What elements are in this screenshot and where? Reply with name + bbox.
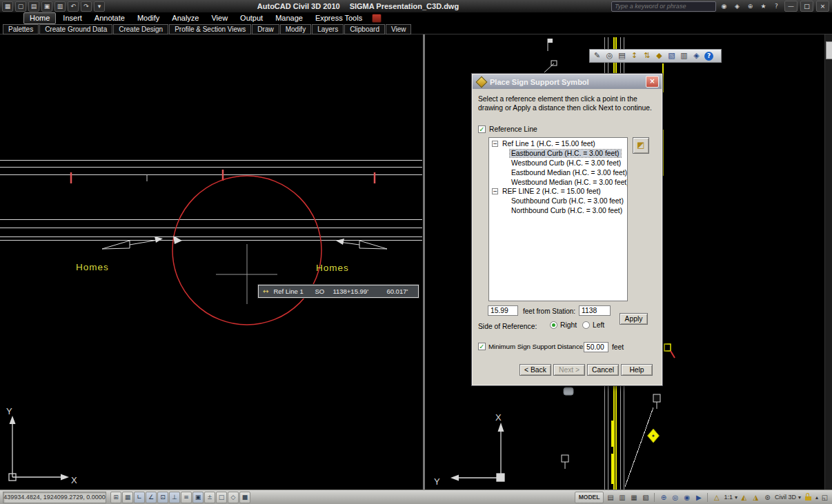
panel-view[interactable]: View xyxy=(386,24,412,34)
drawing-area[interactable]: Y X X Y xyxy=(0,34,832,490)
ducs-toggle[interactable]: ≡ xyxy=(181,492,192,503)
help-tool-icon[interactable]: ? xyxy=(704,52,713,61)
help-icon[interactable]: ? xyxy=(771,2,782,11)
zoom-icon[interactable]: ◎ xyxy=(670,492,680,503)
panel-create-ground-data[interactable]: Create Ground Data xyxy=(39,24,112,34)
move-updown-tool-icon[interactable]: ↕ xyxy=(628,50,640,61)
tab-output[interactable]: Output xyxy=(235,13,268,23)
tree-item-westbound-curb[interactable]: Westbound Curb (H.C. = 3.00 feet) xyxy=(489,159,627,168)
apply-button[interactable]: Apply xyxy=(620,313,648,325)
sheet-tool-icon[interactable]: ▧ xyxy=(666,50,677,61)
tree-item-eastbound-curb[interactable]: Eastbound Curb (H.C. = 3.00 feet) xyxy=(489,149,627,159)
show-motion-icon[interactable]: ▶ xyxy=(693,492,704,503)
copy-tool-icon[interactable]: ▤ xyxy=(616,50,628,61)
open-icon[interactable]: ▤ xyxy=(28,1,39,12)
tree-expander-icon[interactable]: − xyxy=(492,188,498,194)
back-button[interactable]: < Back xyxy=(519,364,551,376)
workspace-caret-icon[interactable]: ▾ xyxy=(798,494,801,501)
panel-modify[interactable]: Modify xyxy=(280,24,311,34)
offset-input[interactable] xyxy=(488,305,518,316)
lwt-toggle[interactable]: ± xyxy=(204,492,215,503)
tab-modify[interactable]: Modify xyxy=(132,13,165,23)
left-radio[interactable] xyxy=(582,321,590,329)
minimum-support-input[interactable] xyxy=(584,342,608,352)
model-button[interactable]: MODEL xyxy=(575,492,604,503)
quick-view-layouts-icon[interactable]: ▦ xyxy=(628,492,639,503)
quick-view-drawings-icon[interactable]: ▧ xyxy=(640,492,651,503)
qp-toggle[interactable]: □ xyxy=(216,492,227,503)
table-tool-icon[interactable]: ▥ xyxy=(678,50,690,61)
scrollbar-thumb[interactable] xyxy=(826,41,832,59)
favorites-icon[interactable]: ★ xyxy=(758,2,769,11)
cancel-button[interactable]: Cancel xyxy=(587,364,619,376)
tab-manage[interactable]: Manage xyxy=(270,13,308,23)
annotation-visibility-icon[interactable]: ◭ xyxy=(739,492,749,503)
dyn-toggle[interactable]: ▣ xyxy=(192,492,204,503)
communication-center-icon[interactable]: ⊕ xyxy=(745,2,755,11)
panel-palettes[interactable]: Palettes xyxy=(3,24,39,34)
sc-toggle[interactable]: ◇ xyxy=(228,492,239,503)
tree-item-ref-line-1[interactable]: − Ref Line 1 (H.C. = 15.00 feet) xyxy=(489,139,627,149)
tab-analyze[interactable]: Analyze xyxy=(166,13,204,23)
tag-tool-icon[interactable]: ◆ xyxy=(653,50,665,61)
tab-home[interactable]: Home xyxy=(23,12,56,24)
close-button[interactable]: × xyxy=(816,1,829,12)
annotation-scale-icon[interactable]: △ xyxy=(711,492,722,503)
tree-expander-icon[interactable]: − xyxy=(492,141,498,147)
station-input[interactable] xyxy=(579,305,611,316)
steering-wheel-icon[interactable]: ◉ xyxy=(682,492,692,503)
search-input[interactable] xyxy=(612,3,715,10)
polar-toggle[interactable]: ∠ xyxy=(146,492,157,503)
zoom-tool-icon[interactable]: ◎ xyxy=(604,50,615,61)
otrack-toggle[interactable]: ⊥ xyxy=(169,492,180,503)
scale-caret-icon[interactable]: ▾ xyxy=(735,494,737,501)
redo-icon[interactable]: ↷ xyxy=(81,1,92,12)
subscription-icon[interactable]: ◈ xyxy=(732,2,742,11)
tab-annotate[interactable]: Annotate xyxy=(89,13,130,23)
tab-view[interactable]: View xyxy=(206,13,233,23)
tab-express-tools[interactable]: Express Tools xyxy=(310,13,368,23)
minimum-support-checkbox[interactable]: ✓ xyxy=(478,343,486,350)
minimize-button[interactable]: — xyxy=(784,1,798,12)
application-menu-icon[interactable]: ▦ xyxy=(2,1,13,12)
panel-draw[interactable]: Draw xyxy=(252,24,279,34)
tree-item-eastbound-median[interactable]: Eastbound Median (H.C. = 3.00 feet) xyxy=(489,168,627,177)
reference-line-checkbox[interactable]: ✓ xyxy=(478,125,486,133)
panel-create-design[interactable]: Create Design xyxy=(113,24,168,34)
vertical-scrollbar[interactable] xyxy=(824,34,832,490)
plot-icon[interactable]: ▥ xyxy=(55,1,66,12)
dialog-close-button[interactable]: × xyxy=(646,76,659,88)
modify-tool-icon[interactable]: ✎ xyxy=(591,50,603,61)
settings-tool-icon[interactable]: ◈ xyxy=(691,50,702,61)
ortho-toggle[interactable]: ∟ xyxy=(134,492,145,503)
clean-screen-icon[interactable]: ◱ xyxy=(820,492,830,503)
viewport-divider[interactable] xyxy=(423,34,425,490)
lock-icon[interactable] xyxy=(805,496,811,501)
tab-insert[interactable]: Insert xyxy=(57,13,88,23)
snap-toggle[interactable]: ⊞ xyxy=(110,492,121,503)
side-left-option[interactable]: Left xyxy=(582,321,604,329)
maximize-button[interactable]: □ xyxy=(800,1,813,12)
search-button-icon[interactable]: ◉ xyxy=(719,2,729,11)
coordinate-display[interactable]: 439934.4824, 1924099.2729, 0.0000 xyxy=(3,492,106,503)
annotation-scale-value[interactable]: 1:1 xyxy=(723,494,733,501)
pick-in-drawing-button[interactable]: ◩ xyxy=(633,137,649,154)
panel-layers[interactable]: Layers xyxy=(312,24,344,34)
tree-item-westbound-median[interactable]: Westbound Median (H.C. = 3.00 feet) xyxy=(489,177,627,187)
grid-toggle[interactable]: ▦ xyxy=(122,492,133,503)
qnew-icon[interactable]: ▢ xyxy=(15,1,26,12)
model-space-icon[interactable]: ▤ xyxy=(605,492,615,503)
status-menu-icon[interactable]: ▴ xyxy=(815,494,818,501)
side-right-option[interactable]: Right xyxy=(550,321,577,329)
osnap-toggle[interactable]: ⊡ xyxy=(157,492,168,503)
workspace-gear-icon[interactable]: ⊛ xyxy=(762,492,773,503)
swap-tool-icon[interactable]: ⇅ xyxy=(641,50,653,61)
layout-icon[interactable]: ▥ xyxy=(617,492,627,503)
panel-clipboard[interactable]: Clipboard xyxy=(344,24,385,34)
am-toggle[interactable]: ■ xyxy=(239,492,250,503)
annotation-autoscale-icon[interactable]: ◮ xyxy=(751,492,761,503)
undo-icon[interactable]: ↶ xyxy=(68,1,79,12)
help-button[interactable]: Help xyxy=(621,364,653,376)
tree-item-southbound-curb[interactable]: Southbound Curb (H.C. = 3.00 feet) xyxy=(489,196,627,206)
tree-item-ref-line-2[interactable]: − REF LINE 2 (H.C. = 15.00 feet) xyxy=(489,187,627,196)
